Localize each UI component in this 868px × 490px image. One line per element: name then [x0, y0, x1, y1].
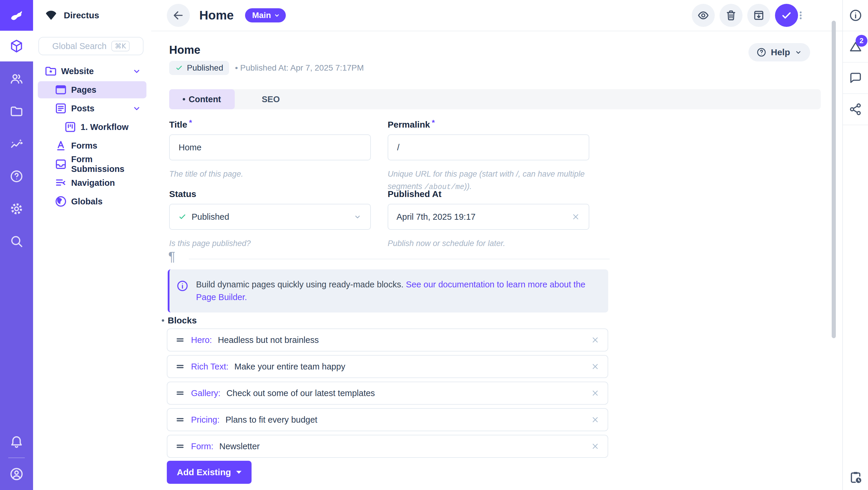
sidebar-info-button[interactable] — [843, 0, 868, 31]
module-insights[interactable] — [0, 128, 33, 159]
project-logo-icon — [44, 8, 58, 22]
scrollbar-thumb[interactable] — [832, 21, 836, 338]
help-button[interactable]: Help — [748, 43, 810, 61]
tab-content[interactable]: Content — [169, 89, 235, 109]
block-row-pricing[interactable]: Pricing: Plans to fit every budget — [167, 408, 608, 431]
permalink-input[interactable] — [397, 142, 581, 153]
block-title: Newsletter — [219, 441, 260, 451]
nav-item-workflow[interactable]: 1. Workflow — [38, 118, 147, 135]
folder-icon — [9, 104, 24, 119]
directus-logo[interactable] — [0, 0, 33, 31]
version-badge-label: Main — [252, 11, 271, 20]
drag-handle-icon[interactable] — [175, 415, 185, 425]
module-files[interactable] — [0, 96, 33, 127]
delete-button[interactable] — [719, 4, 743, 27]
remove-block-icon[interactable] — [590, 441, 600, 451]
sidebar-activity-button[interactable] — [843, 470, 868, 485]
sidebar-shares-button[interactable] — [843, 94, 868, 125]
letter-a-icon — [54, 139, 68, 152]
clipboard-clock-icon — [848, 470, 863, 485]
block-collection[interactable]: Pricing: — [191, 415, 220, 425]
block-row-gallery[interactable]: Gallery: Check out some of our latest te… — [167, 381, 608, 405]
remove-block-icon[interactable] — [590, 415, 600, 424]
page-title: Home — [169, 44, 200, 56]
sidebar-comments-button[interactable] — [843, 63, 868, 94]
field-status-label: Status — [169, 189, 371, 199]
nav-item-label: Website — [61, 66, 94, 76]
block-collection[interactable]: Rich Text: — [191, 362, 228, 372]
project-row[interactable]: Directus — [33, 0, 151, 31]
preview-button[interactable] — [692, 4, 715, 27]
block-row-form[interactable]: Form: Newsletter — [167, 435, 608, 458]
more-options-button[interactable] — [794, 4, 807, 27]
nav-group-website[interactable]: Website — [38, 63, 147, 80]
module-help[interactable] — [0, 161, 33, 192]
field-title-label: Title* — [169, 120, 371, 130]
sidebar-revisions-button[interactable]: 2 — [843, 31, 868, 63]
user-avatar[interactable] — [0, 459, 33, 489]
edited-dot — [162, 319, 164, 321]
nav-item-navigation[interactable]: Navigation — [38, 174, 147, 191]
back-button[interactable] — [167, 4, 190, 27]
folder-star-icon — [44, 64, 58, 78]
nav-item-label: Pages — [71, 85, 96, 95]
share-icon — [848, 102, 863, 116]
remove-block-icon[interactable] — [590, 335, 600, 345]
rabbit-logo-icon — [8, 7, 25, 24]
chevron-down-icon[interactable] — [132, 103, 142, 114]
title-input[interactable] — [178, 142, 362, 153]
nav-item-form-submissions[interactable]: Form Submissions — [38, 156, 147, 173]
module-settings[interactable] — [0, 193, 33, 224]
drag-handle-icon[interactable] — [175, 335, 185, 345]
right-sidebar: 2 — [842, 0, 868, 490]
field-permalink-label: Permalink* — [388, 120, 589, 130]
help-button-label: Help — [771, 47, 790, 57]
block-row-rich-text[interactable]: Rich Text: Make your entire team happy — [167, 355, 608, 378]
remove-block-icon[interactable] — [590, 362, 600, 371]
field-status: Status Published Is this page published? — [169, 189, 371, 250]
status-badge: Published — [169, 61, 229, 75]
module-content[interactable] — [0, 31, 33, 61]
directus-app: Directus Global Search ⌘K Website Pages — [0, 0, 868, 490]
inbox-icon — [54, 157, 68, 171]
chevron-down-icon[interactable] — [132, 66, 142, 76]
drag-handle-icon[interactable] — [175, 362, 185, 372]
version-badge[interactable]: Main — [245, 8, 286, 23]
nav-item-label: Globals — [71, 197, 102, 207]
nav-item-pages[interactable]: Pages — [38, 81, 147, 98]
remove-block-icon[interactable] — [590, 389, 600, 398]
search-shortcut-badge: ⌘K — [111, 41, 130, 51]
global-search-input[interactable]: Global Search ⌘K — [38, 37, 144, 55]
block-collection[interactable]: Gallery: — [191, 389, 221, 398]
nav-item-forms[interactable]: Forms — [38, 137, 147, 154]
status-select[interactable]: Published — [169, 204, 371, 230]
block-title: Check out some of our latest templates — [226, 389, 375, 398]
nav-list: Website Pages Posts — [38, 63, 147, 212]
clear-icon[interactable] — [571, 212, 581, 221]
tab-seo[interactable]: SEO — [235, 89, 307, 109]
comment-icon — [848, 71, 863, 85]
module-search[interactable] — [0, 226, 33, 257]
drag-handle-icon[interactable] — [175, 441, 185, 451]
block-row-hero[interactable]: Hero: Headless but not brainless — [167, 329, 608, 351]
status-badge-label: Published — [187, 63, 223, 73]
nav-item-posts[interactable]: Posts — [38, 100, 147, 117]
required-marker: * — [432, 118, 435, 127]
field-published-at: Published At April 7th, 2025 19:17 Publi… — [388, 189, 589, 250]
chevron-down-icon — [273, 12, 280, 19]
drag-handle-icon[interactable] — [175, 388, 185, 398]
block-title: Plans to fit every budget — [225, 415, 317, 425]
module-users[interactable] — [0, 63, 33, 94]
add-existing-button[interactable]: Add Existing — [167, 461, 252, 484]
title-input-wrap — [169, 134, 371, 160]
block-collection[interactable]: Hero: — [191, 335, 212, 345]
trash-icon — [724, 9, 738, 22]
notifications-bell[interactable] — [0, 427, 33, 457]
block-collection[interactable]: Form: — [191, 441, 213, 451]
field-status-note: Is this page published? — [169, 238, 371, 250]
block-title: Make your entire team happy — [235, 362, 345, 372]
archive-button[interactable] — [747, 4, 770, 27]
nav-item-globals[interactable]: Globals — [38, 193, 147, 210]
help-circle-icon — [9, 169, 24, 184]
published-at-input[interactable]: April 7th, 2025 19:17 — [388, 204, 589, 230]
